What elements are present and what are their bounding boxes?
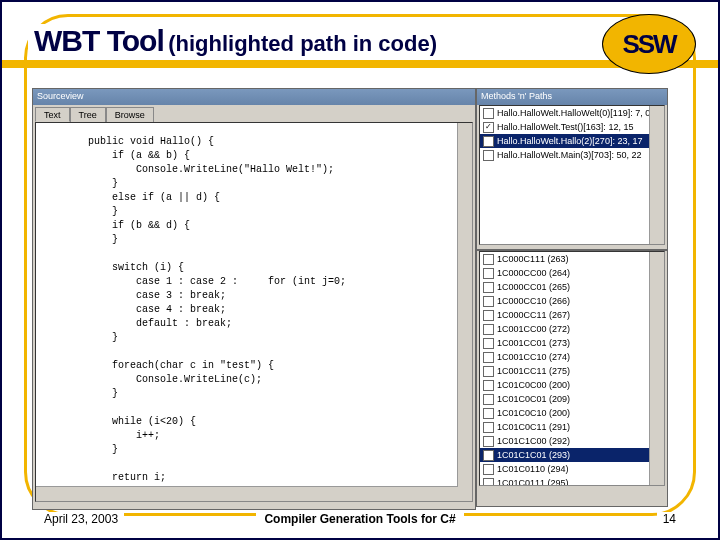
list-item[interactable]: 1C01C1C01 (293) (480, 448, 664, 462)
checkbox-icon[interactable] (483, 108, 494, 119)
list-item-label: 1C001CC10 (274) (497, 350, 570, 364)
list-item[interactable]: 1C01C0C11 (291) (480, 420, 664, 434)
title-main: WBT Tool (34, 24, 164, 57)
list-item-label: 1C01C0111 (295) (497, 476, 569, 486)
list-item[interactable]: 1C01C0C00 (200) (480, 378, 664, 392)
logo-text: SSW (622, 29, 675, 60)
list-item[interactable]: 1C01C1C00 (292) (480, 434, 664, 448)
tab-text[interactable]: Text (35, 107, 70, 122)
list-item[interactable]: Hallo.HalloWelt.Hallo(2)[270]: 23, 17 (480, 134, 664, 148)
code-text: public void Hallo() { if (a && b) { Cons… (36, 133, 472, 501)
list-item[interactable]: 1C01C0C10 (200) (480, 406, 664, 420)
checkbox-icon[interactable] (483, 338, 494, 349)
list-item[interactable]: 1C001CC00 (272) (480, 322, 664, 336)
title-bar: WBT Tool (highlighted path in code) (28, 24, 580, 58)
scrollbar-vertical[interactable] (649, 252, 664, 485)
ssw-logo: SSW (602, 14, 696, 74)
list-item-label: 1C01C0C11 (291) (497, 420, 570, 434)
list-item-label: 1C000C111 (263) (497, 252, 569, 266)
list-item-label: 1C001CC11 (275) (497, 364, 570, 378)
list-item-label: 1C01C1C00 (292) (497, 434, 570, 448)
list-item-label: 1C000CC11 (267) (497, 308, 570, 322)
tab-browse[interactable]: Browse (106, 107, 154, 122)
list-item-label: Hallo.HalloWelt.HalloWelt(0)[119]: 7, 0 (497, 106, 650, 120)
list-item[interactable]: 1C000CC01 (265) (480, 280, 664, 294)
window-title-sourceview: Sourceview (33, 89, 475, 105)
checkbox-icon[interactable] (483, 408, 494, 419)
checkbox-icon[interactable] (483, 436, 494, 447)
checkbox-icon[interactable] (483, 254, 494, 265)
checkbox-icon[interactable] (483, 296, 494, 307)
list-item-label: Hallo.HalloWelt.Main(3)[703]: 50, 22 (497, 148, 641, 162)
list-item[interactable]: Hallo.HalloWelt.HalloWelt(0)[119]: 7, 0 (480, 106, 664, 120)
code-area[interactable]: public void Hallo() { if (a && b) { Cons… (35, 122, 473, 502)
title-sub: (highlighted path in code) (168, 31, 437, 56)
list-item[interactable]: 1C000CC10 (266) (480, 294, 664, 308)
checkbox-icon[interactable]: ✓ (483, 122, 494, 133)
scrollbar-vertical[interactable] (457, 123, 472, 501)
list-item-label: 1C01C1C01 (293) (497, 448, 570, 462)
list-item-label: 1C01C0C10 (200) (497, 406, 570, 420)
checkbox-icon[interactable] (483, 150, 494, 161)
checkbox-icon[interactable] (483, 136, 494, 147)
window-methods: Methods 'n' Paths Hallo.HalloWelt.HalloW… (476, 88, 668, 250)
window-title-methods: Methods 'n' Paths (477, 89, 667, 105)
paths-list[interactable]: 1C000C111 (263)1C000CC00 (264)1C000CC01 … (479, 251, 665, 486)
list-item[interactable]: Hallo.HalloWelt.Main(3)[703]: 50, 22 (480, 148, 664, 162)
checkbox-icon[interactable] (483, 310, 494, 321)
list-item[interactable]: 1C001CC10 (274) (480, 350, 664, 364)
list-item-label: 1C01C0C00 (200) (497, 378, 570, 392)
list-item[interactable]: 1C000C111 (263) (480, 252, 664, 266)
list-item-label: 1C000CC10 (266) (497, 294, 570, 308)
list-item-label: 1C01C0C01 (209) (497, 392, 570, 406)
window-sourceview: Sourceview Text Tree Browse public void … (32, 88, 476, 510)
checkbox-icon[interactable] (483, 268, 494, 279)
list-item[interactable]: 1C01C0111 (295) (480, 476, 664, 486)
list-item[interactable]: 1C01C0110 (294) (480, 462, 664, 476)
methods-list[interactable]: Hallo.HalloWelt.HalloWelt(0)[119]: 7, 0✓… (479, 105, 665, 245)
list-item-label: 1C001CC01 (273) (497, 336, 570, 350)
footer-date: April 23, 2003 (38, 512, 124, 526)
list-item-label: Hallo.HalloWelt.Hallo(2)[270]: 23, 17 (497, 134, 642, 148)
list-item[interactable]: 1C000CC11 (267) (480, 308, 664, 322)
tab-tree[interactable]: Tree (70, 107, 106, 122)
list-item-label: 1C001CC00 (272) (497, 322, 570, 336)
list-item-label: 1C01C0110 (294) (497, 462, 569, 476)
checkbox-icon[interactable] (483, 450, 494, 461)
checkbox-icon[interactable] (483, 324, 494, 335)
checkbox-icon[interactable] (483, 380, 494, 391)
tabs: Text Tree Browse (33, 105, 475, 122)
checkbox-icon[interactable] (483, 282, 494, 293)
footer-page: 14 (657, 512, 682, 526)
list-item[interactable]: 1C001CC11 (275) (480, 364, 664, 378)
scrollbar-horizontal[interactable] (36, 486, 458, 501)
slide: WBT Tool (highlighted path in code) SSW … (0, 0, 720, 540)
window-paths: 1C000C111 (263)1C000CC00 (264)1C000CC01 … (476, 250, 668, 507)
scrollbar-vertical[interactable] (649, 106, 664, 244)
checkbox-icon[interactable] (483, 366, 494, 377)
checkbox-icon[interactable] (483, 478, 494, 487)
list-item-label: Hallo.HalloWelt.Test()[163]: 12, 15 (497, 120, 633, 134)
list-item-label: 1C000CC00 (264) (497, 266, 570, 280)
checkbox-icon[interactable] (483, 464, 494, 475)
list-item[interactable]: 1C01C0C01 (209) (480, 392, 664, 406)
list-item[interactable]: 1C000CC00 (264) (480, 266, 664, 280)
checkbox-icon[interactable] (483, 394, 494, 405)
list-item-label: 1C000CC01 (265) (497, 280, 570, 294)
checkbox-icon[interactable] (483, 352, 494, 363)
checkbox-icon[interactable] (483, 422, 494, 433)
list-item[interactable]: 1C001CC01 (273) (480, 336, 664, 350)
list-item[interactable]: ✓Hallo.HalloWelt.Test()[163]: 12, 15 (480, 120, 664, 134)
